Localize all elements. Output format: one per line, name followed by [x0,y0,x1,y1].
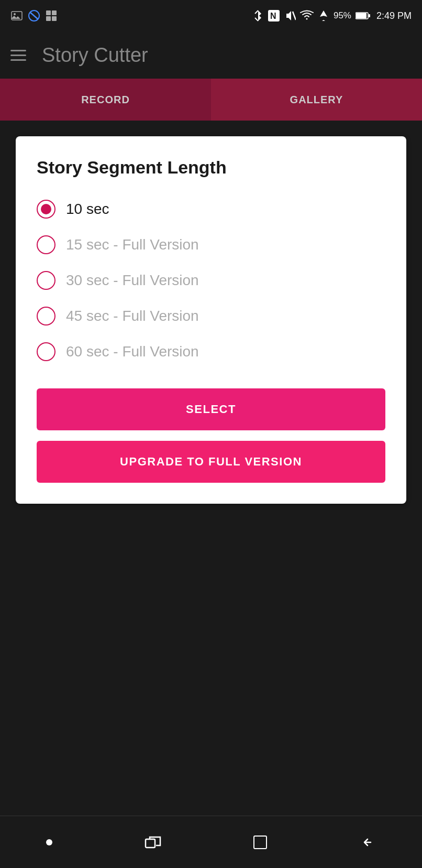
radio-label-45sec: 45 sec - Full Version [66,308,199,324]
radio-outer-10sec [37,200,55,219]
radio-outer-45sec [37,307,55,326]
svg-rect-4 [46,10,51,15]
svg-line-3 [30,12,38,19]
top-bar: Story Cutter [0,31,422,79]
radio-option-60sec[interactable]: 60 sec - Full Version [37,336,385,367]
radio-label-60sec: 60 sec - Full Version [66,343,199,360]
bottom-spacer [0,514,422,816]
radio-label-30sec: 30 sec - Full Version [66,272,199,289]
svg-rect-14 [146,839,155,848]
radio-options-group: 10 sec 15 sec - Full Version 30 sec - Fu… [37,193,385,367]
svg-rect-13 [369,14,370,17]
image-icon [10,9,23,22]
recents-icon [145,835,161,850]
radio-inner-10sec [41,204,51,214]
card-title: Story Segment Length [37,157,385,178]
overview-square-icon [253,836,267,849]
radio-option-15sec[interactable]: 15 sec - Full Version [37,229,385,261]
battery-percentage: 95% [334,10,351,21]
navigation-bar [0,816,422,868]
svg-text:N: N [270,12,276,20]
radio-option-45sec[interactable]: 45 sec - Full Version [37,300,385,332]
no-icon [27,9,41,22]
svg-rect-5 [52,10,57,15]
status-left-icons [10,9,58,22]
radio-label-15sec: 15 sec - Full Version [66,236,199,253]
radio-label-10sec: 10 sec [66,201,109,218]
wifi-icon [300,9,314,22]
time-display: 2:49 PM [376,10,412,21]
svg-point-1 [14,13,16,15]
recents-nav-button[interactable] [139,830,166,855]
mute-icon [284,9,296,22]
status-bar: N 95% 2:49 PM [0,0,422,31]
grid-icon [45,9,58,22]
segment-length-card: Story Segment Length 10 sec 15 sec - Ful… [16,136,406,504]
gallery-button[interactable]: GALLERY [211,79,422,121]
home-dot-icon [46,839,52,845]
overview-nav-button[interactable] [248,830,272,854]
radio-outer-30sec [37,271,55,290]
radio-option-10sec[interactable]: 10 sec [37,193,385,225]
menu-button[interactable] [10,50,26,61]
airplane-icon [318,9,329,22]
svg-rect-12 [356,13,367,18]
home-nav-button[interactable] [41,834,58,851]
radio-outer-60sec [37,342,55,361]
back-arrow-icon [359,835,376,850]
app-title: Story Cutter [42,44,148,67]
back-nav-button[interactable] [354,830,381,855]
upgrade-button[interactable]: UPGRADE TO FULL VERSION [37,441,385,483]
svg-line-10 [293,12,296,20]
radio-outer-15sec [37,235,55,254]
nfc-icon: N [268,9,280,22]
battery-icon [356,12,370,20]
svg-rect-6 [46,16,51,21]
svg-rect-7 [52,16,57,21]
action-buttons-row: RECORD GALLERY [0,79,422,121]
record-button[interactable]: RECORD [0,79,211,121]
select-button[interactable]: SELECT [37,388,385,430]
status-right-icons: N 95% 2:49 PM [253,9,412,22]
radio-option-30sec[interactable]: 30 sec - Full Version [37,265,385,296]
bluetooth-icon [253,9,263,22]
